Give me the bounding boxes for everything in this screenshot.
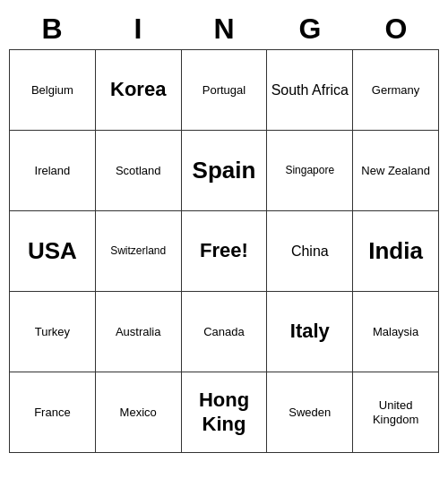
bingo-cell: United Kingdom (353, 372, 439, 453)
cell-label: India (368, 237, 423, 265)
cell-label: Turkey (35, 325, 70, 339)
header-letter: B (9, 9, 95, 49)
bingo-cell: Malaysia (353, 292, 439, 372)
cell-label: Belgium (31, 83, 73, 98)
bingo-cell: South Africa (267, 50, 353, 131)
bingo-cell: China (267, 211, 353, 292)
bingo-header: BINGO (9, 9, 439, 49)
bingo-cell: New Zealand (353, 131, 439, 211)
cell-label: New Zealand (361, 164, 430, 178)
bingo-cell: Germany (353, 50, 439, 131)
bingo-cell: France (10, 372, 96, 453)
cell-label: Ireland (35, 164, 71, 178)
cell-label: Hong King (185, 389, 264, 436)
cell-label: France (34, 406, 70, 420)
bingo-cell: Mexico (96, 372, 182, 453)
cell-label: Singapore (285, 164, 334, 176)
cell-label: Germany (372, 83, 419, 98)
cell-label: Sweden (289, 406, 331, 420)
bingo-cell: USA (10, 211, 96, 292)
bingo-cell: Ireland (10, 131, 96, 211)
bingo-grid: BelgiumKoreaPortugalSouth AfricaGermanyI… (9, 49, 439, 453)
bingo-cell: Switzerland (96, 211, 182, 292)
bingo-cell: Singapore (267, 131, 353, 211)
bingo-cell: Spain (182, 131, 268, 211)
header-letter: N (181, 9, 267, 49)
bingo-cell: Belgium (10, 50, 96, 131)
bingo-cell: Australia (96, 292, 182, 372)
cell-label: Italy (290, 320, 330, 343)
cell-label: Scotland (116, 164, 161, 178)
cell-label: Spain (193, 157, 256, 184)
cell-label: United Kingdom (356, 398, 435, 426)
header-letter: O (353, 9, 439, 49)
cell-label: Switzerland (110, 244, 166, 257)
bingo-card: BINGO BelgiumKoreaPortugalSouth AfricaGe… (9, 9, 439, 453)
bingo-cell: Korea (96, 50, 182, 131)
bingo-cell: Portugal (182, 50, 268, 131)
cell-label: China (291, 243, 329, 260)
cell-label: Canada (203, 325, 245, 339)
cell-label: Australia (116, 325, 161, 339)
cell-label: Portugal (202, 83, 246, 98)
cell-label: Mexico (120, 406, 157, 420)
bingo-cell: India (353, 211, 439, 292)
bingo-cell: Hong King (182, 372, 268, 453)
bingo-cell: Free! (182, 211, 268, 292)
bingo-cell: Scotland (96, 131, 182, 211)
bingo-cell: Turkey (10, 292, 96, 372)
header-letter: G (267, 9, 353, 49)
bingo-cell: Italy (267, 292, 353, 372)
header-letter: I (95, 9, 181, 49)
cell-label: Malaysia (373, 325, 418, 339)
bingo-cell: Canada (182, 292, 268, 372)
cell-label: Korea (110, 78, 166, 101)
cell-label: USA (28, 237, 77, 265)
cell-label: Free! (200, 239, 248, 262)
bingo-cell: Sweden (267, 372, 353, 453)
cell-label: South Africa (271, 81, 349, 98)
